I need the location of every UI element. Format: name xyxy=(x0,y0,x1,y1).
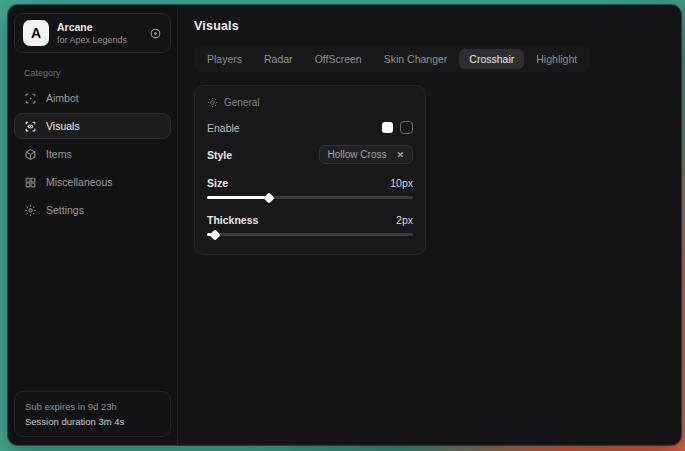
panel-header: General xyxy=(207,97,413,108)
size-slider-track xyxy=(207,196,413,199)
sidebar-item-settings[interactable]: Settings xyxy=(14,197,171,223)
grid-icon xyxy=(24,176,37,189)
crosshair-icon xyxy=(24,92,37,105)
sub-expires-text: Sub expires in 9d 23h xyxy=(25,399,160,414)
thickness-slider[interactable] xyxy=(207,230,413,239)
style-dropdown[interactable]: Hollow Cross ✕ xyxy=(319,145,413,164)
thickness-value: 2px xyxy=(396,214,413,226)
size-row: Size 10px xyxy=(207,177,413,189)
style-selected-value: Hollow Cross xyxy=(328,149,387,160)
thickness-label: Thickness xyxy=(207,214,258,226)
general-panel: General Enable Style Hollow Cross ✕ Size… xyxy=(194,85,426,255)
gear-icon xyxy=(24,204,37,217)
size-slider-fill xyxy=(207,196,269,199)
tab-crosshair[interactable]: Crosshair xyxy=(459,49,524,69)
enable-row: Enable xyxy=(207,121,413,134)
tab-skin-changer[interactable]: Skin Changer xyxy=(374,49,458,69)
app-logo: A xyxy=(23,20,49,46)
cube-icon xyxy=(24,148,37,161)
enable-label: Enable xyxy=(207,122,240,134)
size-slider-handle[interactable] xyxy=(263,192,274,203)
sidebar-item-label: Visuals xyxy=(46,120,80,132)
sidebar-item-miscellaneous[interactable]: Miscellaneous xyxy=(14,169,171,195)
thickness-row: Thickness 2px xyxy=(207,214,413,226)
sidebar-item-label: Aimbot xyxy=(46,92,79,104)
category-label: Category xyxy=(24,68,161,78)
app-window: A Arcane for Apex Legends Category xyxy=(8,5,681,445)
sidebar: A Arcane for Apex Legends Category xyxy=(8,5,178,445)
session-duration-text: Session duration 3m 4s xyxy=(25,414,160,429)
size-slider[interactable] xyxy=(207,193,413,202)
panel-title: General xyxy=(224,97,260,108)
target-circle-icon[interactable] xyxy=(149,27,162,40)
tab-radar[interactable]: Radar xyxy=(254,49,303,69)
size-value: 10px xyxy=(390,177,413,189)
sidebar-item-label: Miscellaneous xyxy=(46,176,113,188)
subscription-info-box: Sub expires in 9d 23h Session duration 3… xyxy=(14,391,171,437)
logo-card: A Arcane for Apex Legends xyxy=(14,13,171,53)
thickness-slider-track xyxy=(207,233,413,236)
tab-highlight[interactable]: Highlight xyxy=(526,49,587,69)
thickness-slider-handle[interactable] xyxy=(210,229,221,240)
size-label: Size xyxy=(207,177,228,189)
sidebar-item-visuals[interactable]: Visuals xyxy=(14,113,171,139)
eye-scan-icon xyxy=(24,120,37,133)
clear-x-icon[interactable]: ✕ xyxy=(396,150,404,160)
sidebar-item-label: Settings xyxy=(46,204,84,216)
tab-bar: Players Radar OffScreen Skin Changer Cro… xyxy=(194,46,590,72)
sidebar-item-items[interactable]: Items xyxy=(14,141,171,167)
app-subtitle: for Apex Legends xyxy=(57,35,127,45)
enable-checkbox[interactable] xyxy=(400,121,413,134)
color-swatch[interactable] xyxy=(382,122,393,133)
sidebar-item-label: Items xyxy=(46,148,72,160)
app-name: Arcane xyxy=(57,21,127,33)
sun-icon xyxy=(207,97,218,108)
tab-offscreen[interactable]: OffScreen xyxy=(305,49,372,69)
main-content: Visuals Players Radar OffScreen Skin Cha… xyxy=(178,5,681,445)
style-label: Style xyxy=(207,149,232,161)
sidebar-nav: Aimbot Visuals xyxy=(14,85,171,223)
style-row: Style Hollow Cross ✕ xyxy=(207,145,413,164)
page-title: Visuals xyxy=(194,19,665,33)
tab-players[interactable]: Players xyxy=(197,49,252,69)
sidebar-item-aimbot[interactable]: Aimbot xyxy=(14,85,171,111)
